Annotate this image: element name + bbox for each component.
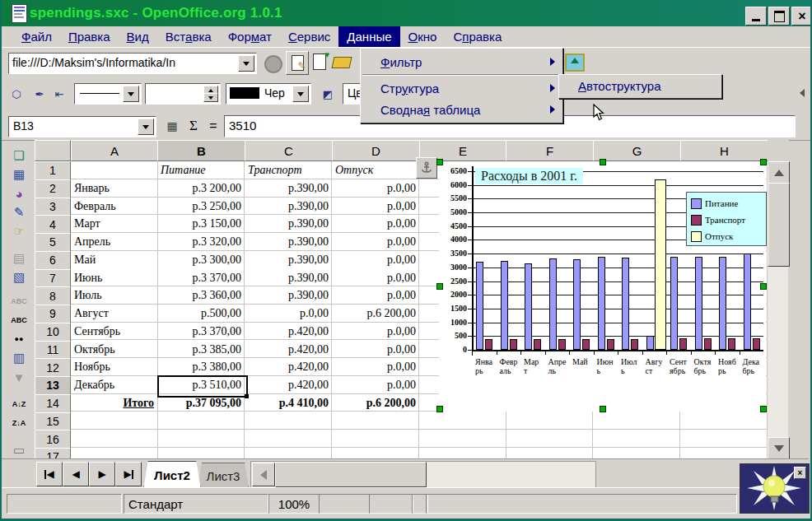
help-agent-close-icon[interactable]: × [794, 467, 806, 479]
line-width-spinner[interactable] [145, 83, 221, 105]
cell-A3[interactable]: Февраль [71, 198, 157, 216]
cell-D4[interactable]: р.0,00 [332, 215, 419, 233]
selection-handle[interactable] [760, 283, 767, 290]
row-header-6[interactable]: 6 [35, 251, 71, 270]
function-wizard-icon[interactable]: ▦ [163, 119, 181, 133]
hscroll-thumb[interactable] [275, 462, 427, 487]
cell-B12[interactable]: р.3 380,00 [157, 358, 245, 376]
cell-A11[interactable]: Октябрь [71, 341, 157, 359]
spreadsheet-grid[interactable]: ABCDEFGH1234567891011121314151617 Питани… [35, 140, 768, 458]
row-header-7[interactable]: 7 [35, 269, 71, 288]
area-fill-icon[interactable]: ◩ [318, 84, 338, 104]
selection-handle[interactable] [436, 159, 443, 165]
line-style-pen-icon[interactable]: ✒ [31, 84, 48, 104]
cell-A4[interactable]: Март [71, 215, 157, 233]
line-style-dropdown-arrow[interactable] [123, 86, 139, 102]
cell-A10[interactable]: Сентябрь [71, 323, 157, 341]
cell-C6[interactable]: р.390,00 [245, 251, 332, 269]
selection-handle[interactable] [600, 406, 606, 412]
open-document-icon[interactable] [332, 57, 352, 68]
cell-C13[interactable]: р.420,00 [245, 376, 332, 394]
column-header-A[interactable]: A [71, 140, 158, 161]
tab-sheet2[interactable]: Лист2 [143, 461, 201, 490]
menu-window[interactable]: Окно [400, 26, 446, 47]
spellcheck-icon[interactable]: ABC [8, 292, 30, 310]
cell-A2[interactable]: Январь [71, 179, 157, 198]
cell-D13[interactable]: р.0,00 [332, 376, 419, 394]
cell-A7[interactable]: Июнь [71, 269, 157, 287]
url-dropdown-arrow[interactable] [238, 55, 254, 72]
cell-C5[interactable]: р.390,00 [245, 233, 332, 251]
cell-C11[interactable]: р.420,00 [245, 341, 332, 359]
row-header-1[interactable]: 1 [35, 161, 71, 180]
cell-B9[interactable]: р.500,00 [157, 305, 245, 323]
cell-B7[interactable]: р.3 370,00 [157, 269, 245, 287]
row-header-8[interactable]: 8 [35, 286, 71, 305]
menu-tools[interactable]: Сервис [280, 26, 338, 47]
cell-A5[interactable]: Апрель [71, 233, 157, 251]
cell-B5[interactable]: р.3 320,00 [157, 233, 245, 251]
selection-handle[interactable] [600, 159, 606, 165]
cell-A6[interactable]: Май [71, 251, 157, 269]
maximize-button[interactable] [768, 7, 790, 26]
formula-equals-icon[interactable]: = [206, 117, 221, 135]
cell-A8[interactable]: Июль [71, 286, 157, 305]
last-sheet-button[interactable]: ▶ [115, 462, 142, 486]
insert-rows-icon[interactable]: ▭ [8, 441, 30, 459]
autotext-icon[interactable]: ▤ [8, 249, 30, 267]
insert-icon[interactable]: ❏ [8, 147, 30, 165]
cell-B6[interactable]: р.3 300,00 [157, 251, 245, 269]
cell-D7[interactable]: р.0,00 [332, 269, 419, 287]
cell-B4[interactable]: р.3 150,00 [157, 215, 245, 233]
toolbar-scroll-left-icon[interactable] [796, 86, 809, 100]
row-header-3[interactable]: 3 [35, 198, 71, 216]
row-header-17[interactable]: 17 [35, 448, 71, 458]
column-header-H[interactable]: H [680, 140, 768, 161]
next-sheet-button[interactable]: ▶ [89, 462, 115, 486]
cell-C4[interactable]: р.390,00 [245, 215, 332, 233]
cell-D8[interactable]: р.0,00 [332, 286, 419, 305]
cell-D5[interactable]: р.0,00 [332, 233, 419, 251]
title-bar[interactable]: spendings.sxc - OpenOffice.org 1.0.1 × [2, 0, 810, 26]
data-sources-icon[interactable]: ▥ [8, 349, 30, 367]
cell-A12[interactable]: Ноябрь [71, 358, 157, 376]
help-agent[interactable]: × [740, 463, 810, 514]
row-header-9[interactable]: 9 [35, 305, 71, 323]
cell-C1[interactable]: Транспорт [245, 161, 332, 179]
url-text[interactable]: file:///D:/Maksim's/Informatika/In [12, 56, 233, 69]
line-color-dropdown-arrow[interactable] [292, 86, 309, 102]
sum-icon[interactable]: Σ [186, 117, 201, 135]
sort-descending-icon[interactable]: Z↓A [8, 414, 30, 432]
cell-C9[interactable]: р.0,00 [245, 305, 332, 323]
cell-D12[interactable]: р.0,00 [332, 358, 419, 376]
autofilter-icon[interactable]: ▼ [8, 368, 30, 386]
row-header-4[interactable]: 4 [35, 215, 71, 234]
cell-B2[interactable]: р.3 200,00 [157, 179, 245, 198]
menu-help[interactable]: Справка [445, 26, 510, 47]
cell-D11[interactable]: р.0,00 [332, 341, 419, 359]
cell-C3[interactable]: р.390,00 [245, 198, 332, 216]
selection-handle[interactable] [436, 406, 443, 412]
column-header-C[interactable]: C [245, 140, 333, 161]
cell-B11[interactable]: р.3 385,00 [157, 341, 245, 359]
scroll-up-arrow[interactable] [768, 161, 790, 184]
formula-input-value[interactable]: 3510 [229, 119, 256, 133]
cell-A14[interactable]: Итого [71, 394, 157, 412]
cell-A9[interactable]: Август [71, 305, 157, 323]
row-header-10[interactable]: 10 [35, 323, 71, 342]
selection-handle[interactable] [760, 159, 767, 165]
menu-view[interactable]: Вид [119, 26, 157, 47]
menu-data[interactable]: Данные [338, 26, 399, 47]
cell-D2[interactable]: р.0,00 [332, 179, 419, 198]
selection-handle[interactable] [760, 406, 767, 412]
url-combobox[interactable]: file:///D:/Maksim's/Informatika/In [8, 53, 257, 74]
cell-C2[interactable]: р.390,00 [245, 179, 332, 198]
insert-cells-icon[interactable]: ▦ [8, 165, 30, 184]
new-document-icon[interactable]: ▾ [313, 53, 326, 70]
menu-file[interactable]: Файл [13, 26, 60, 47]
scroll-down-arrow[interactable] [768, 437, 790, 460]
menu-item-filter[interactable]: Фильтр [362, 51, 562, 72]
cell-C7[interactable]: р.390,00 [245, 269, 332, 287]
line-style-combobox[interactable] [74, 83, 142, 105]
row-header-16[interactable]: 16 [35, 430, 71, 449]
